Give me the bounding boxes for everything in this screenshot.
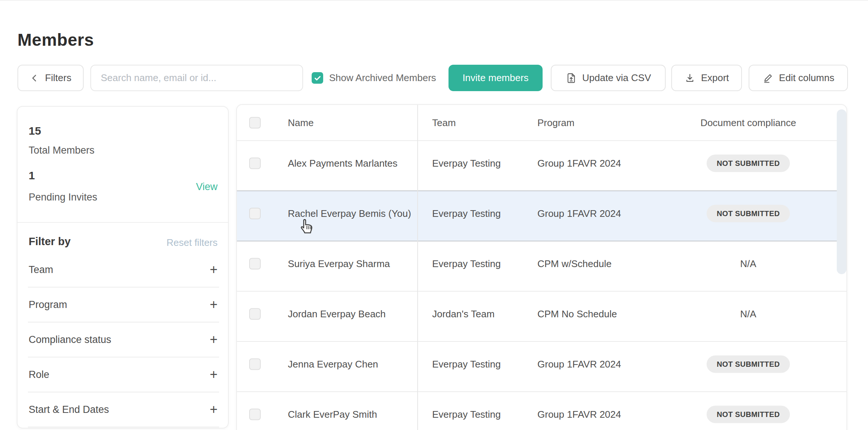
filter-label: Start & End Dates: [28, 404, 109, 415]
table-row[interactable]: Suriya Everpay SharmaEverpay TestingCPM …: [237, 241, 846, 292]
member-program-cell: Group 1FAVR 2024: [537, 208, 621, 219]
table-scrollbar-thumb[interactable]: [837, 109, 846, 274]
plus-icon[interactable]: +: [210, 368, 219, 381]
view-pending-invites-link[interactable]: View: [196, 181, 218, 193]
member-team-cell: Everpay Testing: [432, 158, 501, 169]
pencil-icon: [762, 73, 774, 84]
reset-filters-link[interactable]: Reset filters: [167, 237, 218, 248]
compliance-status-badge: NOT SUBMITTED: [707, 356, 790, 373]
row-checkbox[interactable]: [249, 208, 261, 219]
filter-label: Team: [28, 264, 53, 276]
compliance-status-badge: NOT SUBMITTED: [707, 155, 790, 172]
member-program-cell: CPM No Schedule: [537, 308, 617, 320]
filters-button-label: Filters: [45, 72, 71, 84]
compliance-na-text: N/A: [740, 308, 756, 320]
member-program-cell: Group 1FAVR 2024: [537, 158, 621, 169]
edit-columns-button[interactable]: Edit columns: [749, 65, 848, 91]
filter-label: Program: [28, 299, 67, 311]
filter-row-team[interactable]: Team+: [28, 253, 219, 288]
filter-row-start-end-dates[interactable]: Start & End Dates+: [28, 392, 219, 427]
invite-members-button[interactable]: Invite members: [449, 65, 543, 91]
member-team-cell: Everpay Testing: [432, 208, 501, 219]
member-compliance-cell: NOT SUBMITTED: [666, 356, 830, 373]
download-icon: [684, 73, 695, 84]
select-all-checkbox[interactable]: [249, 117, 261, 128]
update-via-csv-label: Update via CSV: [582, 72, 651, 84]
column-header-name[interactable]: Name: [288, 117, 314, 128]
member-compliance-cell: NOT SUBMITTED: [666, 205, 830, 222]
filter-row-compliance-status[interactable]: Compliance status+: [28, 322, 219, 357]
member-name-cell: Jenna Everpay Chen: [288, 359, 378, 370]
compliance-status-badge: NOT SUBMITTED: [707, 205, 790, 222]
filter-by-title: Filter by: [29, 235, 71, 248]
row-checkbox[interactable]: [249, 158, 261, 169]
member-compliance-cell: NOT SUBMITTED: [666, 155, 830, 172]
table-row[interactable]: Alex Payments MarlantesEverpay TestingGr…: [237, 141, 846, 191]
export-button[interactable]: Export: [671, 65, 742, 91]
total-members-value: 15: [29, 125, 41, 137]
search-field-wrap: [90, 65, 303, 91]
member-compliance-cell: N/A: [666, 308, 830, 320]
plus-icon[interactable]: +: [210, 298, 219, 311]
export-label: Export: [701, 72, 729, 84]
plus-icon[interactable]: +: [210, 263, 219, 276]
chevron-left-icon: [30, 73, 39, 83]
filter-row-program[interactable]: Program+: [28, 288, 219, 322]
member-name-cell: Jordan Everpay Beach: [288, 308, 386, 320]
toolbar: Filters Show Archived Members Invite mem…: [0, 65, 868, 91]
column-divider: [417, 105, 418, 430]
update-via-csv-button[interactable]: Update via CSV: [551, 65, 666, 91]
table-row[interactable]: Jenna Everpay ChenEverpay TestingGroup 1…: [237, 342, 846, 392]
show-archived-label: Show Archived Members: [329, 72, 436, 84]
total-members-label: Total Members: [29, 145, 94, 156]
member-team-cell: Jordan's Team: [432, 308, 495, 320]
table-row[interactable]: Rachel Everpay Bemis (You)Everpay Testin…: [237, 191, 846, 241]
pending-invites-label: Pending Invites: [29, 192, 97, 203]
member-team-cell: Everpay Testing: [432, 359, 501, 370]
member-program-cell: Group 1FAVR 2024: [537, 409, 621, 420]
member-compliance-cell: N/A: [666, 258, 830, 270]
invite-members-label: Invite members: [463, 72, 529, 84]
filters-button[interactable]: Filters: [17, 65, 84, 91]
member-team-cell: Everpay Testing: [432, 258, 501, 270]
table-body: Alex Payments MarlantesEverpay TestingGr…: [237, 141, 846, 430]
checkmark-icon: [314, 74, 322, 82]
column-header-team[interactable]: Team: [432, 117, 456, 128]
page-title: Members: [17, 30, 94, 50]
member-compliance-cell: NOT SUBMITTED: [666, 406, 830, 423]
row-checkbox[interactable]: [249, 409, 261, 420]
table-row[interactable]: Jordan Everpay BeachJordan's TeamCPM No …: [237, 292, 846, 342]
member-name-cell: Alex Payments Marlantes: [288, 158, 398, 169]
compliance-na-text: N/A: [740, 258, 756, 269]
search-input[interactable]: [90, 65, 303, 91]
row-checkbox[interactable]: [249, 258, 261, 270]
edit-columns-label: Edit columns: [779, 72, 835, 84]
member-program-cell: Group 1FAVR 2024: [537, 359, 621, 370]
member-name-cell: Clark EverPay Smith: [288, 409, 377, 420]
filter-label: Role: [28, 369, 49, 381]
plus-icon[interactable]: +: [210, 333, 219, 346]
row-checkbox[interactable]: [249, 359, 261, 370]
row-checkbox[interactable]: [249, 308, 261, 320]
plus-icon[interactable]: +: [210, 403, 219, 416]
pending-invites-value: 1: [29, 169, 35, 182]
table-header-row: Name Team Program Document compliance: [237, 105, 846, 141]
members-page: Members Filters Show Archived Members In…: [0, 0, 868, 430]
sidebar-divider: [17, 222, 228, 223]
show-archived-checkbox[interactable]: [312, 72, 323, 84]
member-program-cell: CPM w/Schedule: [537, 258, 611, 270]
column-header-compliance[interactable]: Document compliance: [666, 117, 830, 128]
show-archived-toggle[interactable]: Show Archived Members: [312, 65, 436, 91]
member-team-cell: Everpay Testing: [432, 409, 501, 420]
members-table: Name Team Program Document compliance Al…: [236, 104, 847, 430]
file-upload-icon: [566, 73, 577, 84]
column-header-program[interactable]: Program: [537, 117, 575, 128]
sidebar: 15 Total Members 1 View Pending Invites …: [17, 106, 229, 429]
filter-label: Compliance status: [28, 334, 111, 346]
member-name-cell: Suriya Everpay Sharma: [288, 258, 390, 270]
compliance-status-badge: NOT SUBMITTED: [707, 406, 790, 423]
filter-row-role[interactable]: Role+: [28, 357, 219, 392]
table-row[interactable]: Clark EverPay SmithEverpay TestingGroup …: [237, 392, 846, 430]
member-name-cell: Rachel Everpay Bemis (You): [288, 208, 411, 219]
